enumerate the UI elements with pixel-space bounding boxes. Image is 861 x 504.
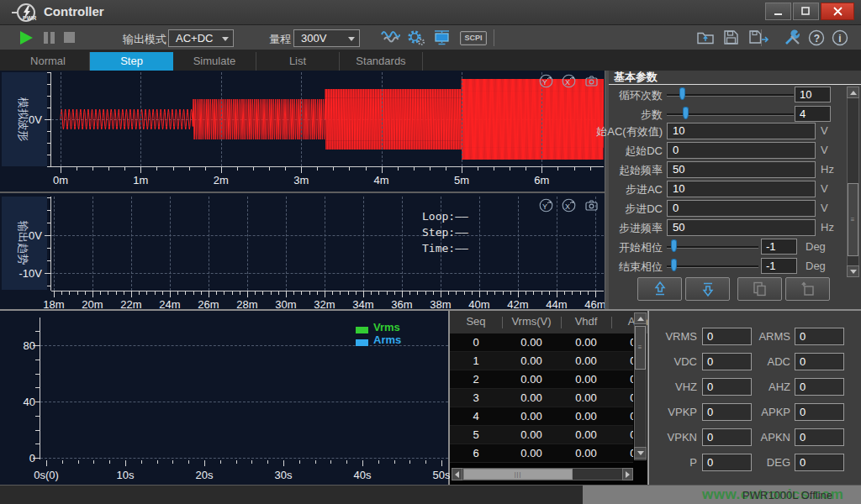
wrench-icon — [783, 29, 803, 46]
param-row-2: 步数4 — [609, 106, 861, 123]
table-row[interactable]: 00.000.000.00 — [450, 333, 633, 352]
x-tick — [124, 291, 124, 295]
scroll-down-button[interactable] — [634, 447, 647, 459]
param-slider-track[interactable] — [667, 265, 758, 268]
save-as-button[interactable] — [748, 29, 769, 46]
save-button[interactable] — [723, 29, 743, 46]
param-value-box[interactable]: 4 — [795, 106, 831, 122]
settings-button[interactable] — [406, 29, 426, 46]
x-tick — [441, 291, 441, 297]
param-input[interactable]: 10 — [667, 181, 816, 197]
triangle-down-icon — [850, 270, 857, 274]
table-row[interactable]: 20.000.000.00 — [450, 370, 633, 389]
tab-standards[interactable]: Standards — [340, 52, 423, 71]
scroll-left-button[interactable] — [452, 468, 462, 480]
trend-plot — [51, 197, 604, 290]
meas-field-apkp[interactable]: 0 — [795, 403, 844, 421]
table-cell: 6 — [451, 447, 501, 459]
x-tick — [472, 291, 473, 295]
scrollbar-thumb[interactable]: ≡ — [848, 183, 858, 256]
param-value-box[interactable]: -1 — [761, 258, 797, 274]
scroll-down-button[interactable] — [847, 265, 859, 277]
scroll-up-button[interactable] — [847, 87, 859, 98]
power-logo-icon: PWR — [12, 3, 40, 23]
meas-field-deg[interactable]: 0 — [795, 454, 844, 471]
stop-button[interactable] — [64, 31, 79, 45]
param-slider-handle[interactable] — [671, 259, 677, 271]
trend-annotation: Loop:—— — [422, 210, 468, 223]
param-slider-handle[interactable] — [683, 107, 689, 119]
x-tick — [503, 291, 504, 295]
param-input[interactable]: 10 — [667, 123, 816, 139]
tab-list[interactable]: List — [256, 52, 340, 71]
x-gridline — [140, 72, 141, 166]
legend-label-arms: Arms — [373, 333, 401, 346]
move-up-button[interactable] — [637, 277, 682, 301]
param-input[interactable]: 0 — [667, 142, 816, 159]
about-button[interactable]: i — [832, 29, 852, 46]
tools-button[interactable] — [783, 29, 803, 46]
table-row[interactable]: 10.000.000.00 — [450, 352, 633, 370]
table-row[interactable]: 50.000.000.00 — [450, 426, 633, 444]
tab-simulate[interactable]: Simulate — [173, 52, 256, 71]
param-slider-track[interactable] — [667, 94, 794, 97]
tab-normal[interactable]: Normal — [7, 52, 90, 71]
param-slider-handle[interactable] — [679, 87, 685, 100]
scrollbar-thumb[interactable]: ≡ — [635, 326, 646, 370]
param-input[interactable]: 0 — [667, 200, 816, 217]
tab-step[interactable]: Step — [90, 52, 173, 71]
x-tick — [325, 291, 325, 297]
output-mode-select[interactable]: AC+DC — [168, 29, 234, 47]
param-slider-handle[interactable] — [671, 239, 677, 252]
param-input[interactable]: 50 — [667, 219, 816, 236]
close-button[interactable] — [821, 3, 854, 20]
scpi-button[interactable]: SCPI — [460, 31, 487, 45]
meas-label-apkp: APKP — [742, 403, 790, 421]
table-row[interactable]: 40.000.000.00 — [450, 407, 633, 426]
scrollbar-thumb[interactable]: ||| — [463, 469, 573, 480]
meas-field-adc[interactable]: 0 — [795, 353, 844, 370]
x-tick — [333, 167, 334, 171]
param-value-box[interactable]: -1 — [761, 239, 797, 255]
move-down-button[interactable] — [685, 277, 730, 301]
y-autoscale-icon[interactable]: Y — [539, 74, 553, 88]
table-cell: 0.00 — [561, 428, 611, 441]
param-input[interactable]: 50 — [667, 161, 816, 178]
x-tick — [340, 291, 341, 295]
y-gridline — [40, 402, 448, 402]
meas-field-arms[interactable]: 0 — [795, 328, 844, 345]
legend-label-vrms: Vrms — [373, 321, 400, 333]
table-row[interactable]: 60.000.000.00 — [450, 444, 633, 463]
x-tick — [240, 291, 240, 295]
app-title: Controller — [44, 4, 104, 18]
meas-field-ahz[interactable]: 0 — [795, 378, 844, 396]
help-button[interactable]: ? — [808, 29, 828, 46]
param-unit: V — [821, 202, 828, 214]
waveform-view-button[interactable] — [380, 29, 400, 46]
snapshot-icon[interactable] — [584, 74, 599, 88]
remote-display-button[interactable] — [432, 29, 452, 46]
meas-label-adc: ADC — [742, 353, 790, 370]
x-tick-label: 0m — [41, 174, 80, 186]
x-tick — [92, 167, 93, 171]
table-row[interactable]: 30.000.000.00 — [450, 389, 633, 407]
scroll-right-button[interactable] — [622, 468, 633, 480]
minimize-button[interactable] — [765, 3, 791, 20]
x-tick — [77, 291, 78, 295]
param-value-box[interactable]: 10 — [795, 87, 831, 102]
range-label: 量程 — [269, 32, 291, 47]
x-autoscale-icon[interactable]: X — [562, 74, 576, 88]
maximize-button[interactable] — [793, 3, 819, 20]
x-tick — [448, 291, 449, 295]
x-autoscale-icon[interactable]: X — [562, 198, 576, 213]
meas-field-apkn[interactable]: 0 — [795, 428, 844, 446]
param-slider-track[interactable] — [667, 246, 758, 249]
scroll-up-button[interactable] — [634, 312, 647, 324]
open-file-button[interactable] — [696, 29, 716, 46]
y-autoscale-icon[interactable]: Y — [539, 198, 553, 213]
pause-button[interactable] — [44, 31, 59, 45]
svg-text:X: X — [565, 78, 570, 87]
snapshot-icon[interactable] — [584, 198, 599, 213]
range-select[interactable]: 300V — [293, 29, 360, 47]
run-button[interactable] — [20, 31, 35, 45]
